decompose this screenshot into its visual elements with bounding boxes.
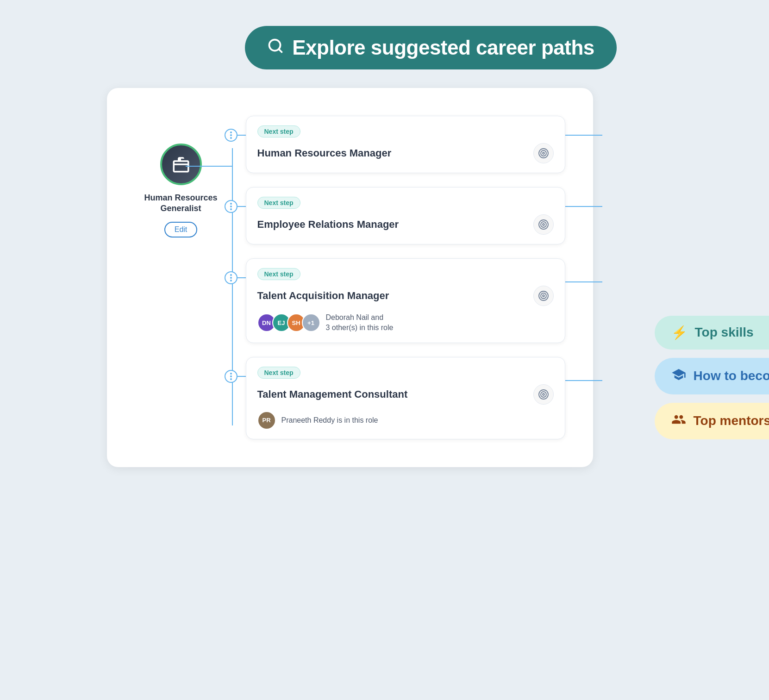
how-label: How to become xyxy=(694,369,769,383)
node-1 xyxy=(225,129,238,142)
how-icon xyxy=(671,367,686,385)
h-line-right-1 xyxy=(565,135,602,136)
next-step-badge-1: Next step xyxy=(257,125,300,138)
h-line-1 xyxy=(238,135,246,136)
svg-point-13 xyxy=(543,394,544,395)
path-title-1: Human Resources Manager xyxy=(257,147,392,159)
svg-point-2 xyxy=(539,149,548,158)
paths-list: Next step Human Resources Manager xyxy=(246,116,565,439)
svg-point-8 xyxy=(539,291,548,300)
skills-label: Top skills xyxy=(695,325,754,340)
path-row-1: Next step Human Resources Manager xyxy=(246,116,565,173)
node-2 xyxy=(225,200,238,213)
svg-point-5 xyxy=(539,220,548,229)
h-line-right-2 xyxy=(565,206,602,207)
current-role-section: Human Resources Generalist Edit xyxy=(144,116,218,439)
page-container: Explore suggested career paths Human Res… xyxy=(61,26,709,674)
path-card-1[interactable]: Next step Human Resources Manager xyxy=(246,116,565,173)
target-icon-4 xyxy=(533,384,554,405)
svg-point-9 xyxy=(541,293,546,299)
current-role-name: Human Resources Generalist xyxy=(144,193,218,214)
mentors-icon xyxy=(671,412,686,430)
people-row-3: DN EJ SH +1 Deborah Nail and3 other(s) i… xyxy=(257,312,554,333)
top-mentors-button[interactable]: Top mentors xyxy=(655,403,769,439)
search-icon xyxy=(267,38,284,58)
path-title-3: Talent Acquisition Manager xyxy=(257,290,389,302)
svg-point-12 xyxy=(541,392,546,397)
h-line-2 xyxy=(238,206,246,207)
people-row-4: PR Praneeth Reddy is in this role xyxy=(257,411,554,430)
avatars-group-4: PR xyxy=(257,411,276,430)
svg-point-11 xyxy=(539,390,548,399)
edit-button[interactable]: Edit xyxy=(164,222,198,238)
svg-point-6 xyxy=(541,222,546,227)
h-line-4 xyxy=(238,376,246,377)
path-card-4[interactable]: Next step Talent Management Consultant xyxy=(246,357,565,439)
main-card: Human Resources Generalist Edit xyxy=(107,88,593,467)
next-step-badge-2: Next step xyxy=(257,197,300,209)
node-4 xyxy=(225,370,238,383)
target-icon-3 xyxy=(533,286,554,306)
path-row-3: Next step Talent Acquisition Manager xyxy=(246,258,565,343)
top-skills-button[interactable]: ⚡ Top skills xyxy=(655,316,769,350)
h-line-3 xyxy=(238,277,246,278)
avatars-group-3: DN EJ SH +1 xyxy=(257,313,320,332)
svg-point-7 xyxy=(543,224,544,225)
h-line-right-3 xyxy=(565,281,602,282)
svg-point-10 xyxy=(543,295,544,297)
path-title-2: Employee Relations Manager xyxy=(257,219,399,231)
node-3 xyxy=(225,271,238,284)
people-desc-3: Deborah Nail and3 other(s) in this role xyxy=(326,312,394,333)
next-step-badge-3: Next step xyxy=(257,268,300,280)
search-header: Explore suggested career paths xyxy=(245,26,617,69)
role-icon xyxy=(160,144,202,185)
page-title: Explore suggested career paths xyxy=(292,36,594,59)
side-buttons: ⚡ Top skills How to become Top mentors xyxy=(655,316,769,439)
avatar-pr: PR xyxy=(257,411,276,430)
people-desc-4: Praneeth Reddy is in this role xyxy=(281,415,378,425)
skills-icon: ⚡ xyxy=(671,325,688,340)
next-step-badge-4: Next step xyxy=(257,367,300,379)
path-card-2[interactable]: Next step Employee Relations Manager xyxy=(246,187,565,244)
svg-line-1 xyxy=(279,49,282,52)
path-row-4: Next step Talent Management Consultant xyxy=(246,357,565,439)
path-row-2: Next step Employee Relations Manager xyxy=(246,187,565,244)
h-line-right-4 xyxy=(565,380,602,381)
svg-point-4 xyxy=(543,152,544,154)
mentors-label: Top mentors xyxy=(694,413,769,428)
vertical-connector xyxy=(232,148,233,425)
path-title-4: Talent Management Consultant xyxy=(257,388,408,400)
avatar-plus: +1 xyxy=(302,313,320,332)
path-card-3[interactable]: Next step Talent Acquisition Manager xyxy=(246,258,565,343)
how-to-become-button[interactable]: How to become xyxy=(655,358,769,394)
h-connector-main xyxy=(186,166,232,167)
target-icon-2 xyxy=(533,214,554,235)
svg-point-3 xyxy=(541,150,546,156)
target-icon-1 xyxy=(533,143,554,163)
